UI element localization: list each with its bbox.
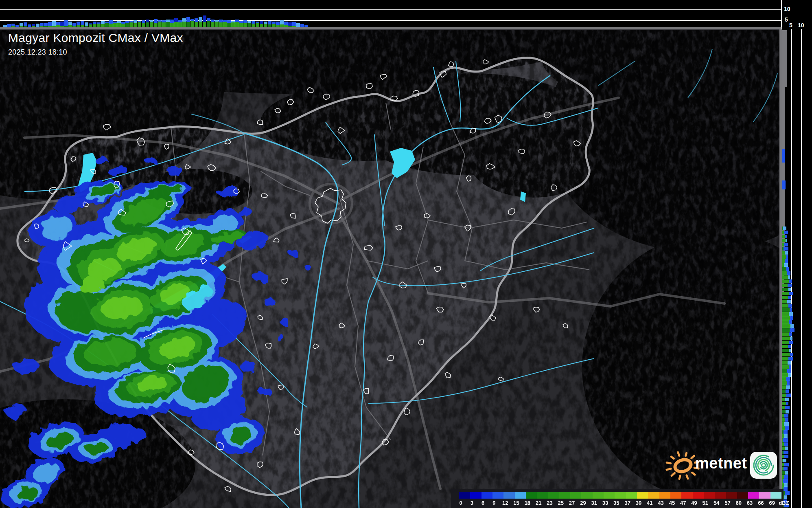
width-axis-label-10: 10	[798, 22, 804, 28]
dbz-segment	[459, 492, 470, 499]
dbz-tick: 15	[513, 500, 519, 506]
dbz-legend: 0369121518212325272931333537394143454749…	[451, 489, 784, 508]
width-axis-label-5: 5	[789, 22, 792, 28]
echo-side-profile-panel	[781, 29, 812, 508]
profile-axis-line	[781, 0, 782, 29]
dbz-tick: 33	[602, 500, 608, 506]
dbz-segment	[670, 492, 681, 499]
dbz-tick: 69	[769, 500, 775, 506]
profile-axis-corner	[781, 0, 812, 29]
dbz-tick: 49	[691, 500, 697, 506]
dbz-tick: 12	[502, 500, 508, 506]
dbz-segment	[593, 492, 604, 499]
dbz-segment	[648, 492, 659, 499]
dbz-tick: 21	[536, 500, 541, 506]
echo-top-profile-panel	[0, 0, 781, 29]
dbz-segment	[659, 492, 670, 499]
dbz-segment	[737, 492, 748, 499]
dbz-tick: 35	[613, 500, 619, 506]
dbz-tick-labels: 0369121518212325272931333537394143454749…	[459, 500, 784, 507]
dbz-color-bar	[459, 492, 781, 499]
dbz-segment	[492, 492, 503, 499]
dbz-tick: 43	[658, 500, 663, 506]
dbz-tick: 45	[669, 500, 675, 506]
dbz-segment	[615, 492, 626, 499]
dbz-segment	[704, 492, 715, 499]
dbz-tick: 39	[636, 500, 641, 506]
metnet-wordmark: metnet	[695, 455, 747, 472]
dbz-segment	[548, 492, 559, 499]
dbz-tick: 27	[569, 500, 575, 506]
dbz-tick: 23	[547, 500, 552, 506]
dbz-tick: 41	[647, 500, 652, 506]
dbz-segment	[503, 492, 514, 499]
dbz-segment	[515, 492, 526, 499]
timestamp: 2025.12.23 18:10	[8, 48, 183, 57]
dbz-segment	[470, 492, 481, 499]
map-frame-right	[779, 29, 782, 508]
dbz-segment	[626, 492, 637, 499]
dbz-segment	[604, 492, 615, 499]
dbz-segment	[748, 492, 759, 499]
dbz-tick: 18	[525, 500, 530, 506]
dbz-tick: 54	[714, 500, 719, 506]
dbz-tick: 29	[580, 500, 586, 506]
dbz-tick: 6	[482, 500, 484, 506]
dbz-segment	[482, 492, 492, 499]
dbz-segment	[537, 492, 548, 499]
dbz-tick: 0	[459, 500, 462, 506]
dbz-segment	[559, 492, 570, 499]
dbz-tick: 37	[624, 500, 630, 506]
metnet-app-icon[interactable]	[750, 451, 777, 479]
dbz-segment	[526, 492, 537, 499]
dbz-segment	[570, 492, 581, 499]
echo-side-profile-bars	[781, 29, 812, 508]
dbz-tick: 57	[724, 500, 730, 506]
dbz-tick: 25	[558, 500, 564, 506]
dbz-tick: 63	[747, 500, 753, 506]
dbz-segment	[581, 492, 592, 499]
radar-map[interactable]	[0, 29, 781, 508]
dbz-segment	[770, 492, 781, 499]
dbz-segment	[681, 492, 692, 499]
height-axis-label-5: 5	[785, 17, 788, 22]
dbz-tick: 47	[680, 500, 686, 506]
radar-app-screen: 10 5 5 10 Magyar Kompozit CMax / VMax 20…	[0, 0, 812, 508]
page-title: Magyar Kompozit CMax / VMax	[8, 31, 183, 45]
dbz-segment	[715, 492, 726, 499]
dbz-segment	[637, 492, 648, 499]
dbz-tick: 60	[736, 500, 742, 506]
metnet-branding[interactable]: metnet	[663, 447, 786, 482]
dbz-segment	[726, 492, 737, 499]
title-block: Magyar Kompozit CMax / VMax 2025.12.23 1…	[8, 31, 183, 57]
dbz-tick: 3	[471, 500, 473, 506]
height-axis-label-10: 10	[784, 6, 790, 12]
dbz-tick: 31	[591, 500, 597, 506]
dbz-unit-label: dBZ	[779, 500, 789, 506]
dbz-segment	[759, 492, 770, 499]
dbz-tick: 66	[758, 500, 764, 506]
echo-top-profile-bars	[0, 0, 781, 29]
map-frame-top	[0, 27, 781, 30]
dbz-tick: 9	[492, 500, 495, 506]
dbz-segment	[693, 492, 704, 499]
dbz-tick: 51	[703, 500, 708, 506]
